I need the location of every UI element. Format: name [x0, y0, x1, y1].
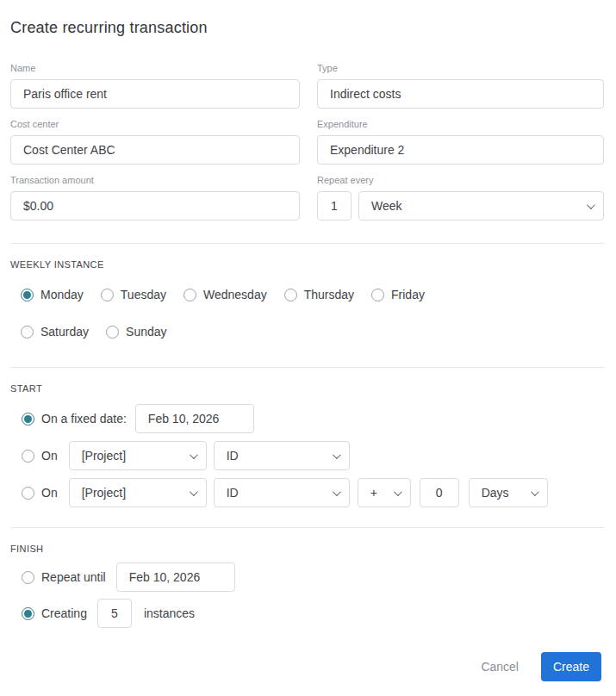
offset-input[interactable] — [420, 478, 459, 507]
chevron-down-icon — [333, 451, 341, 459]
day-label: Saturday — [40, 325, 89, 339]
project-select-value: [Project] — [82, 486, 126, 500]
repeat-every-unit-select[interactable]: Week — [358, 191, 604, 221]
chevron-down-icon — [190, 451, 198, 459]
create-recurring-transaction-dialog: Create recurring transaction Name Type C… — [0, 0, 616, 696]
divider — [10, 367, 604, 368]
field-select-value: ID — [227, 449, 239, 463]
repeat-every-unit-value: Week — [371, 199, 402, 213]
day-option-thursday[interactable]: Thursday — [284, 288, 354, 301]
field-select[interactable]: ID — [214, 478, 350, 507]
radio-sunday[interactable] — [106, 326, 119, 339]
day-option-wednesday[interactable]: Wednesday — [184, 288, 267, 301]
start-on-event-offset-row: On [Project] ID + Days — [22, 478, 604, 507]
dialog-title: Create recurring transaction — [10, 19, 604, 37]
type-label: Type — [317, 63, 604, 73]
day-option-monday[interactable]: Monday — [21, 288, 84, 301]
instances-count-input[interactable] — [97, 599, 132, 628]
transaction-amount-label: Transaction amount — [10, 175, 300, 185]
repeat-until-label: Repeat until — [41, 570, 106, 584]
cost-center-label: Cost center — [10, 119, 300, 129]
day-option-saturday[interactable]: Saturday — [21, 325, 89, 339]
radio-friday[interactable] — [371, 289, 384, 301]
divider — [10, 243, 604, 244]
transaction-amount-input[interactable] — [10, 191, 300, 221]
radio-saturday[interactable] — [21, 326, 34, 339]
day-option-tuesday[interactable]: Tuesday — [101, 288, 166, 301]
day-label: Tuesday — [121, 288, 166, 301]
instances-suffix-label: instances — [144, 606, 195, 620]
finish-creating-row: Creating instances — [22, 599, 604, 628]
divider — [10, 527, 604, 528]
repeat-every-label: Repeat every — [317, 175, 604, 185]
chevron-down-icon — [394, 488, 402, 496]
day-label: Sunday — [126, 325, 166, 339]
radio-monday[interactable] — [21, 289, 34, 301]
radio-wednesday[interactable] — [184, 289, 196, 301]
chevron-down-icon — [531, 488, 539, 496]
transaction-amount-field-group: Transaction amount — [10, 175, 300, 221]
day-label: Monday — [40, 288, 84, 301]
radio-on-event-offset[interactable] — [22, 487, 34, 500]
cancel-button[interactable]: Cancel — [481, 660, 519, 674]
day-label: Wednesday — [203, 288, 267, 301]
operator-select-value: + — [370, 486, 377, 500]
project-select[interactable]: [Project] — [69, 478, 207, 507]
dialog-footer: Cancel Create — [481, 652, 601, 681]
field-select-value: ID — [227, 486, 239, 500]
start-section: START On a fixed date: On [Project] ID O… — [10, 383, 604, 507]
name-label: Name — [10, 63, 300, 73]
operator-select[interactable]: + — [358, 478, 411, 507]
on-label: On — [41, 449, 58, 463]
radio-tuesday[interactable] — [101, 289, 114, 301]
finish-heading: FINISH — [10, 544, 604, 554]
type-field-group: Type — [317, 63, 604, 109]
on-label: On — [41, 486, 58, 500]
create-button[interactable]: Create — [541, 652, 601, 681]
radio-creating[interactable] — [22, 607, 34, 620]
chevron-down-icon — [190, 488, 198, 496]
repeat-until-date-input[interactable] — [116, 562, 235, 592]
expenditure-input[interactable] — [317, 135, 604, 165]
unit-select[interactable]: Days — [469, 478, 548, 507]
radio-fixed-date[interactable] — [22, 413, 34, 426]
cost-center-field-group: Cost center — [10, 119, 300, 165]
cost-center-input[interactable] — [10, 135, 300, 165]
name-field-group: Name — [10, 63, 300, 109]
creating-label: Creating — [41, 606, 87, 620]
radio-thursday[interactable] — [284, 289, 297, 301]
day-option-friday[interactable]: Friday — [371, 288, 425, 301]
weekly-instance-section: WEEKLY INSTANCE Monday Tuesday Wednesday… — [10, 259, 604, 339]
chevron-down-icon — [587, 201, 595, 209]
day-label: Friday — [391, 288, 425, 301]
unit-select-value: Days — [482, 486, 509, 500]
expenditure-label: Expenditure — [317, 119, 604, 129]
finish-repeat-until-row: Repeat until — [22, 562, 604, 592]
start-date-input[interactable] — [135, 404, 254, 433]
project-select[interactable]: [Project] — [69, 441, 207, 470]
weekday-row-2: Saturday Sunday — [21, 325, 604, 339]
radio-on-event[interactable] — [22, 450, 34, 463]
day-option-sunday[interactable]: Sunday — [106, 325, 166, 339]
project-select-value: [Project] — [82, 449, 126, 463]
repeat-every-field-group: Repeat every Week — [317, 175, 604, 221]
start-fixed-date-row: On a fixed date: — [22, 404, 604, 433]
type-input[interactable] — [317, 79, 604, 109]
radio-repeat-until[interactable] — [22, 571, 34, 584]
weekday-row-1: Monday Tuesday Wednesday Thursday Friday — [21, 288, 604, 301]
expenditure-field-group: Expenditure — [317, 119, 604, 165]
field-select[interactable]: ID — [214, 441, 350, 470]
repeat-every-count-input[interactable] — [317, 191, 352, 221]
finish-section: FINISH Repeat until Creating instances — [10, 544, 604, 628]
start-on-event-row: On [Project] ID — [22, 441, 604, 470]
start-heading: START — [10, 383, 604, 394]
name-input[interactable] — [10, 79, 300, 109]
day-label: Thursday — [304, 288, 354, 301]
fixed-date-label: On a fixed date: — [41, 412, 127, 426]
weekly-instance-heading: WEEKLY INSTANCE — [10, 259, 604, 270]
form-fields: Name Type Cost center Expenditure Transa… — [10, 63, 604, 221]
chevron-down-icon — [333, 488, 341, 496]
